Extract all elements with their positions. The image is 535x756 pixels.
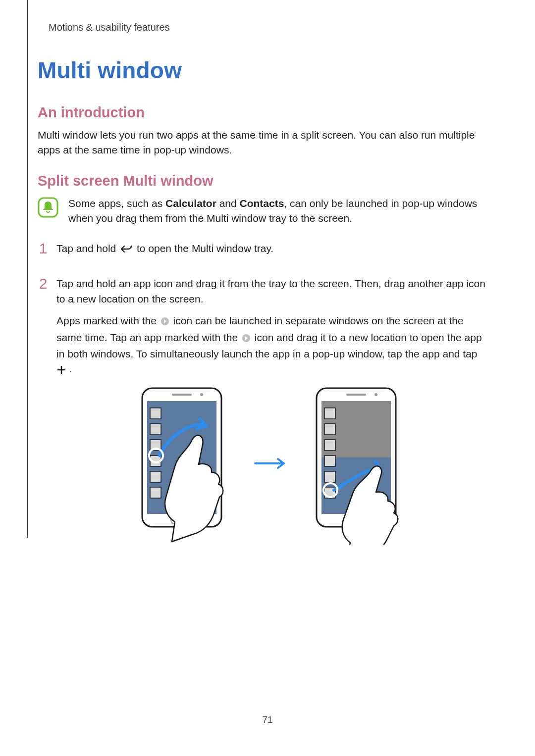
step-1-number: 1: [38, 241, 49, 256]
manual-page: Motions & usability features Multi windo…: [0, 0, 535, 756]
figure-phone-split-result: [307, 386, 411, 545]
dual-app-circle-icon: [160, 315, 169, 330]
svg-point-6: [200, 393, 203, 396]
note-block: Some apps, such as Calculator and Contac…: [38, 196, 486, 226]
step-1: 1 Tap and hold to open the Multi window …: [38, 241, 486, 264]
svg-point-20: [374, 393, 377, 396]
svg-rect-12: [150, 471, 161, 482]
svg-rect-25: [324, 455, 335, 466]
svg-rect-13: [150, 487, 161, 498]
note-bold-calculator: Calculator: [165, 198, 216, 209]
note-part-mid: and: [216, 198, 240, 209]
back-key-icon: [120, 243, 133, 257]
intro-paragraph: Multi window lets you run two apps at th…: [38, 128, 486, 158]
note-bell-icon: [38, 197, 58, 220]
figure-phone-drag-from-tray: [132, 386, 236, 545]
dual-app-circle-icon: [242, 332, 251, 347]
step-2-p2-a: Apps marked with the: [56, 315, 160, 326]
svg-rect-23: [324, 424, 335, 435]
step-2-body: Tap and hold an app icon and drag it fro…: [56, 276, 486, 545]
svg-rect-26: [324, 471, 335, 482]
step-2-number: 2: [38, 276, 49, 291]
arrow-right-icon: [254, 457, 289, 473]
step-1-text-a: Tap and hold: [56, 243, 119, 254]
step-1-text-b: to open the Multi window tray.: [137, 243, 273, 254]
left-margin-rule: [27, 0, 28, 538]
section-intro-heading: An introduction: [38, 104, 486, 121]
svg-rect-19: [346, 394, 366, 396]
step-1-body: Tap and hold to open the Multi window tr…: [56, 241, 273, 264]
note-bold-contacts: Contacts: [240, 198, 284, 209]
step-2-p2-d: .: [69, 363, 72, 374]
page-content: Multi window An introduction Multi windo…: [38, 57, 486, 545]
svg-rect-9: [150, 424, 161, 435]
note-text: Some apps, such as Calculator and Contac…: [68, 196, 486, 226]
step-2: 2 Tap and hold an app icon and drag it f…: [38, 276, 486, 545]
page-title: Multi window: [38, 57, 486, 84]
svg-rect-5: [172, 394, 192, 396]
running-head: Motions & usability features: [49, 22, 486, 33]
step-2-paragraph-2: Apps marked with the icon can be launche…: [56, 313, 486, 378]
svg-rect-8: [150, 408, 161, 419]
note-part-pre: Some apps, such as: [68, 198, 165, 209]
svg-rect-22: [324, 408, 335, 419]
plus-icon: [57, 363, 65, 378]
svg-rect-24: [324, 440, 335, 451]
page-number: 71: [0, 714, 535, 725]
step-2-line1: Tap and hold an app icon and drag it fro…: [56, 276, 486, 306]
section-split-heading: Split screen Multi window: [38, 173, 486, 189]
figure-row: [56, 386, 486, 545]
